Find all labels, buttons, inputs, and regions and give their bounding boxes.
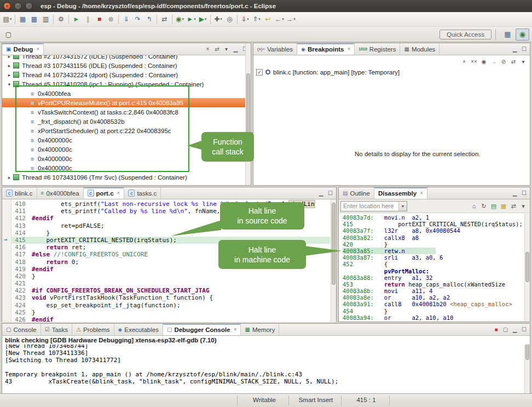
terminate-icon[interactable]: ■ [94,14,105,25]
step-return-icon[interactable]: ↰ [143,14,155,25]
view-tab-disassembly[interactable]: Disassembly× [374,187,427,199]
show-symbols-icon[interactable]: ▦ [499,201,508,211]
new-icon[interactable]: ▤▾ [2,14,13,25]
link-with-debug-view-icon[interactable]: ⇄ [508,56,518,66]
tree-expander-icon[interactable]: ▸ [5,55,13,59]
disassembly-line[interactable]: 40083a94: or a2, a10, a10 [343,314,530,321]
disassembly-line[interactable]: 40083a82: callx8 a8 [343,234,530,241]
disassembly-line[interactable]: 452 { [343,261,530,267]
vertical-scrollbar[interactable] [524,214,530,322]
step-over-icon[interactable]: ↷ [132,14,143,25]
disassembly-line[interactable]: 40083a7f: l32r a8, 0x40080544 [343,227,530,234]
home-icon[interactable]: ⌂ [469,201,479,211]
editor-tab-port-c[interactable]: cport.c× [84,187,125,199]
stack-frame-row[interactable]: ≡xPortStartScheduler() at port.c:222 0x4… [2,126,251,135]
vertical-scrollbar[interactable] [245,43,251,185]
disassembly-line[interactable]: 420 } [343,241,530,248]
debug-thread-row[interactable]: ▸Thread #4 1073432224 (dport) (Suspended… [2,70,251,79]
debug-thread-tree[interactable]: ▸Thread #2 1073431572 (IDLE) (Suspended … [2,55,251,186]
stack-frame-row[interactable]: ≡vPortCPUReleaseMutex() at port.c:415 0x… [2,98,251,107]
new-type-icon[interactable]: ✚▾ [212,14,224,25]
suspend-icon[interactable]: ∥ [82,14,94,25]
disconnect-icon[interactable]: ⊗ [105,14,117,25]
next-annotation-icon[interactable]: ⇓▾ [239,14,251,25]
location-input[interactable]: Enter location here [341,203,398,209]
view-tab-breakpoints[interactable]: ◉Breakpoints× [297,43,355,55]
disassembly-line[interactable]: 453 return heap_caps_malloc(xWantedSize [343,281,530,288]
disassembly-line[interactable]: 40083a91: call8 0x40081b20 <heap_caps_ma… [343,301,530,307]
maximize-icon[interactable]: ☐ [519,44,529,54]
skip-all-breakpoints-icon[interactable]: ⊘ [499,56,508,66]
maximize-icon[interactable]: ☐ [519,325,529,335]
minimize-icon[interactable]: ▁ [316,188,326,198]
perspective-cpp-icon[interactable]: ▦ [501,28,514,41]
view-tab-variables[interactable]: (x)=Variables [253,43,297,55]
build-icon[interactable]: ⚙ [55,14,67,25]
debug-thread-row[interactable]: ▸Thread #3 1073431156 (IDLE) (Suspended … [2,61,251,70]
external-tools-icon[interactable]: ▶▾ [197,14,209,25]
stack-frame-row[interactable]: ≡0x4000000c [2,163,251,173]
fast-view-icon[interactable]: ▢ [3,28,14,40]
close-icon[interactable]: × [420,190,423,196]
disassembly-line[interactable]: 40083a85: retw.n [343,248,436,254]
display-selected-console-icon[interactable]: ▢ [501,325,510,335]
maximize-icon[interactable]: ☐ [519,188,529,198]
go-to-file-for-breakpoint-icon[interactable]: → [489,56,499,66]
remove-selected-breakpoints-icon[interactable]: × [459,56,469,66]
show-breakpoints-for-selection-icon[interactable]: ◉ [479,56,489,66]
maximize-icon[interactable]: ☐ [326,188,335,198]
quick-access-box[interactable]: Quick Access [440,30,491,39]
perspective-debug-icon[interactable]: ◉ [516,28,529,41]
scrollbar-thumb[interactable] [332,203,336,285]
scrollbar-thumb[interactable] [525,252,529,282]
view-tab-registers[interactable]: 1010Registers [355,43,400,55]
run-icon[interactable]: ►▾ [186,14,197,25]
code-area[interactable]: ets_printf("Last non-recursive lock %s l… [32,200,330,322]
minimize-icon[interactable]: ▁ [231,44,240,54]
disassembly-listing[interactable]: 40083a7d: movi.n a2, 1415 portEXIT_CRITI… [339,213,530,321]
disassembly-line[interactable]: 40083a88: entry a1, 32 [343,274,530,281]
view-menu-icon[interactable]: ▾ [222,44,231,54]
show-source-icon[interactable]: ▤ [489,201,499,211]
remove-all-breakpoints-icon[interactable]: ×× [469,56,479,66]
link-with-active-debug-context-icon[interactable]: ⇄ [508,201,518,211]
breakpoint-checkbox[interactable]: ✓ [256,69,263,76]
editor-tab-0x4000bfea[interactable]: ≡0x4000bfea [37,187,84,199]
debugger-console-output[interactable]: blink checking [GDB Hardware Debugging] … [2,336,530,393]
resume-icon[interactable]: ► [71,14,82,25]
disassembly-line[interactable]: pvPortMalloc: [343,268,530,274]
close-icon[interactable]: × [234,326,237,333]
breakpoint-item[interactable]: ✓blink.c [function: app_main] [type: Tem… [253,67,530,77]
view-tab-outline[interactable]: ▤Outline [339,187,374,199]
breakpoints-list[interactable]: ✓blink.c [function: app_main] [type: Tem… [253,67,530,77]
tree-expander-icon[interactable]: ▸ [5,175,13,180]
refresh-icon[interactable]: ↻ [479,201,489,211]
view-tab-memory[interactable]: ▦Memory [241,324,279,335]
instruction-stepping-icon[interactable]: ⇄ [159,14,170,25]
disassembly-line[interactable]: 40083a8e: or a10, a2, a2 [343,294,530,301]
chevron-down-icon[interactable]: ▼ [398,202,407,211]
forward-icon[interactable]: →▾ [285,14,297,25]
stack-frame-row[interactable]: ≡0x4000bfea [2,89,251,98]
search-icon[interactable]: ◎ [224,14,235,25]
window-maximize-button[interactable]: ▫ [25,2,33,10]
stack-frame-row[interactable]: ≡0x4000000c [2,154,251,163]
window-minimize-button[interactable]: – [14,2,22,10]
close-icon[interactable]: × [347,46,350,52]
debug-icon[interactable]: ◉▾ [174,14,186,25]
disassembly-line[interactable]: 40083a8b: movi a11, 4 [343,288,530,294]
close-icon[interactable]: × [117,190,120,196]
stack-frame-row[interactable]: ≡_frxt_dispatch() at 0x4008532b [2,117,251,126]
view-menu-icon[interactable]: ▾ [518,56,528,66]
prev-annotation-icon[interactable]: ⇑▾ [251,14,262,25]
step-into-icon[interactable]: ⇓ [120,14,132,25]
vertical-scrollbar[interactable] [331,199,336,322]
editor-tab-tasks-c[interactable]: ctasks.c [124,187,161,199]
back-icon[interactable]: ←▾ [274,14,285,25]
window-close-button[interactable]: × [3,2,11,10]
view-tab-problems[interactable]: ⚠Problems [72,324,114,335]
print-icon[interactable]: ▥ [40,14,51,25]
last-edit-location-icon[interactable]: ↩ [262,14,274,25]
minimize-icon[interactable]: ▁ [510,44,519,54]
tree-expander-icon[interactable]: ▾ [5,82,13,87]
